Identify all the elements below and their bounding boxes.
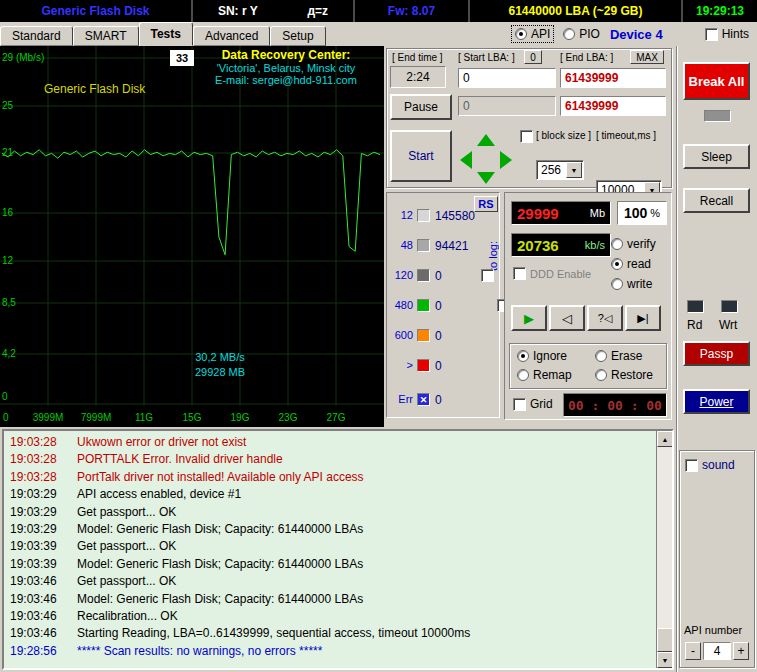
drive-model: Generic Flash Disk xyxy=(0,0,193,22)
log-entry: 19:03:39 Model: Generic Flash Disk; Capa… xyxy=(10,556,654,573)
start-lba-label: [ Start LBA: ] xyxy=(458,52,515,63)
sleep-button[interactable]: Sleep xyxy=(683,144,750,169)
hints-label: Hints xyxy=(722,27,749,41)
log-message: API access enabled, device #1 xyxy=(77,486,241,503)
scroll-down-icon[interactable]: ▼ xyxy=(657,652,673,668)
seek-question-button[interactable]: ?◁ xyxy=(587,305,623,331)
passp-button[interactable]: Passp xyxy=(683,341,750,366)
play-button[interactable]: ▶ xyxy=(511,305,547,331)
api-number-plus-button[interactable]: + xyxy=(733,642,749,660)
chevron-down-icon[interactable]: ▼ xyxy=(566,162,582,178)
start-lba-input[interactable]: 0 xyxy=(458,68,556,88)
power-button[interactable]: Power xyxy=(683,389,750,414)
radio-ignore[interactable]: Ignore xyxy=(517,349,567,363)
speed-graph: 29 (Mb/s) 25 21 16 12 8,5 4,2 0 0 3999M … xyxy=(0,46,384,427)
log-entry: 19:03:29 Model: Generic Flash Disk; Capa… xyxy=(10,521,654,538)
scroll-up-icon[interactable]: ▲ xyxy=(657,431,673,447)
skip-end-button[interactable]: ▶| xyxy=(625,305,661,331)
x-mark-icon: ✕ xyxy=(420,395,428,405)
radio-ignore-label: Ignore xyxy=(533,349,567,363)
recall-button[interactable]: Recall xyxy=(683,188,750,213)
bucket-log-checkbox[interactable] xyxy=(481,269,494,282)
rs-button[interactable]: RS xyxy=(474,196,498,212)
seek-up-arrow[interactable] xyxy=(477,134,495,146)
device-label: Device 4 xyxy=(610,27,663,42)
radio-pio[interactable]: PIO xyxy=(563,27,600,41)
start-lba-zero-button[interactable]: 0 xyxy=(524,50,542,64)
seek-left-arrow[interactable] xyxy=(460,151,472,169)
bucket-swatch xyxy=(417,329,430,342)
radio-remap[interactable]: Remap xyxy=(517,368,572,382)
read-led-label: Rd xyxy=(687,318,702,332)
radio-restore-label: Restore xyxy=(611,368,653,382)
graph-device-name: Generic Flash Disk xyxy=(44,82,145,96)
log-message: PORTTALK Error. Invalid driver handle xyxy=(77,451,283,468)
tab-standard[interactable]: Standard xyxy=(0,26,73,46)
graph-overlay: 30,2 MB/s 29928 MB xyxy=(150,350,290,380)
log-entry: 19:03:29 API access enabled, device #1 xyxy=(10,486,654,503)
radio-read[interactable]: read xyxy=(611,257,651,271)
log-message: Get passport... OK xyxy=(77,538,176,555)
break-all-button[interactable]: Break All xyxy=(683,62,750,100)
tab-smart[interactable]: SMART xyxy=(73,26,139,46)
pause-button[interactable]: Pause xyxy=(390,94,452,120)
radio-remap-dot xyxy=(517,369,529,381)
bucket-swatch xyxy=(417,299,430,312)
end-lba-max-button[interactable]: MAX xyxy=(630,50,664,64)
seek-down-arrow[interactable] xyxy=(477,172,495,184)
scrollbar-thumb[interactable] xyxy=(657,628,673,652)
radio-verify[interactable]: verify xyxy=(611,237,656,251)
api-number-value[interactable]: 4 xyxy=(703,642,731,660)
log-entry: 19:03:46 Recalibration... OK xyxy=(10,608,654,625)
bucket-count: 0 xyxy=(435,299,442,313)
api-number-minus-button[interactable]: - xyxy=(685,642,701,660)
log-message: Get passport... OK xyxy=(77,573,176,590)
radio-erase-dot xyxy=(595,350,607,362)
bucket-count: 0 xyxy=(435,269,442,283)
log-timestamp: 19:03:28 xyxy=(10,451,77,468)
y-tick: 4,2 xyxy=(2,348,16,359)
log-message: Model: Generic Flash Disk; Capacity: 614… xyxy=(77,591,363,608)
radio-restore[interactable]: Restore xyxy=(595,368,653,382)
banner-city: 'Victoria', Belarus, Minsk city xyxy=(190,62,382,74)
x-tick: 7999M xyxy=(81,412,112,423)
end-time-display: 2:24 xyxy=(390,66,446,88)
grid-checkbox[interactable]: Grid xyxy=(513,397,553,411)
log-message: Recalibration... OK xyxy=(77,608,178,625)
step-back-button[interactable]: ◁ xyxy=(549,305,585,331)
sound-checkbox[interactable]: sound xyxy=(685,458,735,472)
end-lba-label: [ End LBA: ] xyxy=(560,52,613,63)
bucket-count: 145580 xyxy=(435,209,475,223)
hints-checkbox[interactable]: Hints xyxy=(705,27,749,41)
x-tick: 19G xyxy=(231,412,250,423)
mb-display: 29999 Mb xyxy=(511,201,611,225)
ddd-enable-checkbox[interactable]: DDD Enable xyxy=(513,267,591,280)
radio-api[interactable]: API xyxy=(512,26,553,42)
percent-display: 100 % xyxy=(617,201,667,225)
seek-checkbox[interactable] xyxy=(520,130,533,143)
start-button[interactable]: Start xyxy=(390,130,452,182)
bucket-count: 0 xyxy=(435,329,442,343)
seek-right-arrow[interactable] xyxy=(500,151,512,169)
tab-tests[interactable]: Tests xyxy=(139,22,193,46)
victoria-app: Generic Flash Disk SN: r Y д=z Fw: 8.07 … xyxy=(0,0,757,672)
radio-write[interactable]: write xyxy=(611,277,652,291)
sound-checkbox-box xyxy=(685,459,698,472)
radio-write-label: write xyxy=(627,277,652,291)
x-tick: 11G xyxy=(135,412,153,423)
radio-pio-label: PIO xyxy=(579,27,600,41)
end-lba-input[interactable]: 61439999 xyxy=(560,68,666,88)
speed-unit: kb/s xyxy=(585,239,605,251)
radio-ignore-dot xyxy=(517,350,529,362)
log-timestamp: 19:03:46 xyxy=(10,608,77,625)
speed-line xyxy=(2,150,380,255)
block-size-select[interactable]: 256 ▼ xyxy=(536,160,584,180)
monitor-panel: 29999 Mb 100 % 20736 kb/s verify read xyxy=(504,192,672,420)
y-tick: 21 xyxy=(2,147,13,158)
banner: Data Recovery Center: 'Victoria', Belaru… xyxy=(190,48,382,86)
tab-advanced[interactable]: Advanced xyxy=(193,26,270,46)
tab-setup[interactable]: Setup xyxy=(270,26,325,46)
radio-erase[interactable]: Erase xyxy=(595,349,642,363)
x-tick: 0 xyxy=(3,412,9,423)
log-scrollbar[interactable]: ▲ ▼ xyxy=(656,431,672,668)
